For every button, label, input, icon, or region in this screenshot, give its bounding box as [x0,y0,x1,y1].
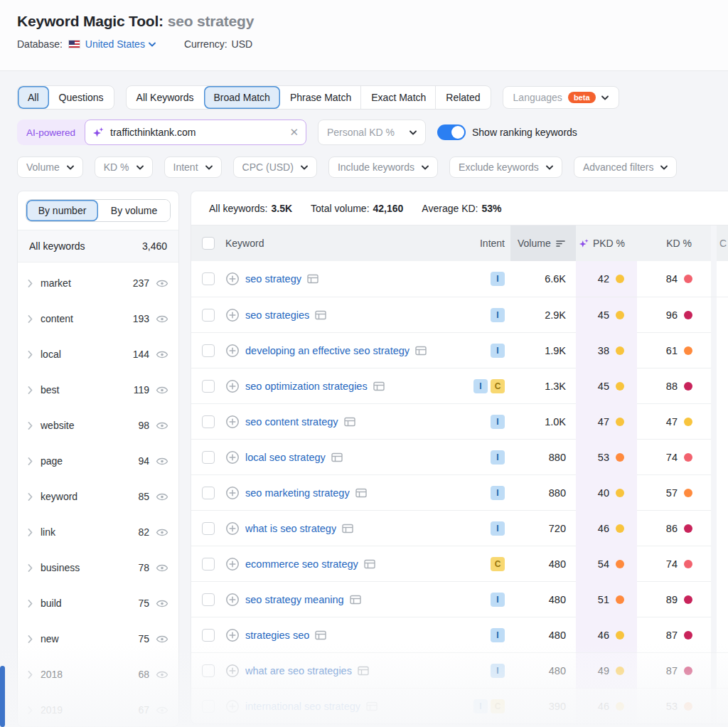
keyword-link[interactable]: local seo strategy [245,452,326,463]
add-keyword-icon[interactable] [225,699,240,713]
intent-badge-i[interactable]: I [491,344,505,358]
sort-mode-button[interactable]: By number [26,200,98,221]
column-header-pkd[interactable]: PKD % [576,238,637,249]
serp-icon[interactable] [315,310,326,320]
intent-badge-i[interactable]: I [491,272,505,286]
keyword-link[interactable]: international seo strategy [245,701,360,712]
intent-badge-c[interactable]: C [491,699,505,713]
row-checkbox[interactable] [202,558,215,571]
keyword-link[interactable]: ecommerce seo strategy [245,558,358,570]
add-keyword-icon[interactable] [225,486,240,500]
serp-icon[interactable] [364,559,375,569]
eye-icon[interactable] [156,528,168,537]
intent-badge-i[interactable]: I [473,699,488,713]
eye-icon[interactable] [156,457,168,466]
serp-icon[interactable] [342,524,353,534]
match-tab[interactable]: Questions [49,86,114,109]
match-tab[interactable]: Exact Match [361,86,436,109]
eye-icon[interactable] [156,599,168,608]
intent-badge-i[interactable]: I [491,628,505,642]
keyword-link[interactable]: seo optimization strategies [245,381,368,392]
keyword-link[interactable]: seo strategy meaning [245,594,344,605]
column-header-kd[interactable]: KD % [637,238,711,249]
intent-badge-i[interactable]: I [491,486,505,500]
add-keyword-icon[interactable] [225,344,240,358]
keyword-link[interactable]: seo strategy [245,273,301,285]
sidebar-group-item[interactable]: local 144 [18,336,178,372]
column-header-volume[interactable]: Volume [510,225,576,261]
row-checkbox[interactable] [202,700,215,713]
filter-dropdown[interactable]: CPC (USD) [233,156,317,178]
sidebar-group-item[interactable]: page 94 [18,443,178,479]
sidebar-group-item[interactable]: 2019 67 [18,692,178,727]
eye-icon[interactable] [156,563,168,573]
row-checkbox[interactable] [202,344,215,357]
all-keywords-group[interactable]: All keywords 3,460 [18,230,178,262]
match-tab[interactable]: All [18,86,49,109]
match-tab[interactable]: All Keywords [127,86,204,109]
row-checkbox[interactable] [202,487,215,499]
row-checkbox[interactable] [202,451,215,464]
sidebar-group-item[interactable]: build 75 [18,585,178,621]
filter-dropdown[interactable]: Include keywords [328,156,438,178]
keyword-link[interactable]: seo strategies [245,309,309,321]
serp-icon[interactable] [358,666,369,676]
column-header-keyword[interactable]: Keyword [225,238,462,249]
clear-search-icon[interactable]: ✕ [289,126,299,139]
keyword-link[interactable]: strategies seo [245,630,309,641]
eye-icon[interactable] [156,492,168,502]
row-checkbox[interactable] [202,664,215,677]
languages-dropdown[interactable]: Languages beta [503,86,619,109]
eye-icon[interactable] [156,350,168,359]
personal-kd-dropdown[interactable]: Personal KD % [318,120,426,145]
serp-icon[interactable] [315,630,326,640]
add-keyword-icon[interactable] [225,379,240,393]
keyword-link[interactable]: seo content strategy [245,416,338,428]
row-checkbox[interactable] [202,309,215,322]
serp-icon[interactable] [355,488,367,498]
row-checkbox[interactable] [202,593,215,606]
column-header-intent[interactable]: Intent [462,238,510,249]
sidebar-group-item[interactable]: website 98 [18,408,178,443]
sidebar-group-item[interactable]: business 78 [18,550,178,585]
intent-badge-i[interactable]: I [491,415,505,429]
serp-icon[interactable] [373,381,385,391]
add-keyword-icon[interactable] [225,415,240,429]
add-keyword-icon[interactable] [225,593,240,607]
show-ranking-keywords-toggle[interactable] [437,124,466,140]
filter-dropdown[interactable]: KD % [95,156,153,178]
sidebar-group-item[interactable]: link 82 [18,514,178,550]
eye-icon[interactable] [156,670,168,679]
match-tab[interactable]: Related [436,86,490,109]
sidebar-group-item[interactable]: best 119 [18,372,178,408]
filter-dropdown[interactable]: Intent [164,156,222,178]
intent-badge-i[interactable]: I [491,521,505,536]
eye-icon[interactable] [156,386,168,395]
serp-icon[interactable] [415,346,427,356]
filter-dropdown[interactable]: Exclude keywords [449,156,562,178]
serp-icon[interactable] [331,452,343,462]
sidebar-group-item[interactable]: market 237 [18,265,178,301]
serp-icon[interactable] [344,417,355,427]
serp-icon[interactable] [307,274,318,284]
serp-icon[interactable] [350,595,361,605]
row-checkbox[interactable] [202,629,215,642]
add-keyword-icon[interactable] [225,628,240,642]
sidebar-group-item[interactable]: content 193 [18,301,178,336]
keyword-link[interactable]: what are seo strategies [245,665,352,676]
sidebar-group-item[interactable]: new 75 [18,621,178,657]
row-checkbox[interactable] [202,415,215,428]
add-keyword-icon[interactable] [225,308,240,322]
add-keyword-icon[interactable] [225,664,240,678]
keyword-link[interactable]: seo marketing strategy [245,487,350,499]
filter-dropdown[interactable]: Volume [17,156,83,178]
add-keyword-icon[interactable] [225,557,240,571]
sidebar-group-item[interactable]: 2018 68 [18,657,178,692]
add-keyword-icon[interactable] [225,272,240,286]
keyword-link[interactable]: what is seo strategy [245,523,336,534]
keyword-link[interactable]: developing an effective seo strategy [245,345,410,356]
row-checkbox[interactable] [202,522,215,535]
keyword-search-input[interactable]: trafficthinktank.com ✕ [85,120,306,145]
sort-mode-button[interactable]: By volume [98,200,170,221]
match-tab[interactable]: Broad Match [204,86,280,109]
